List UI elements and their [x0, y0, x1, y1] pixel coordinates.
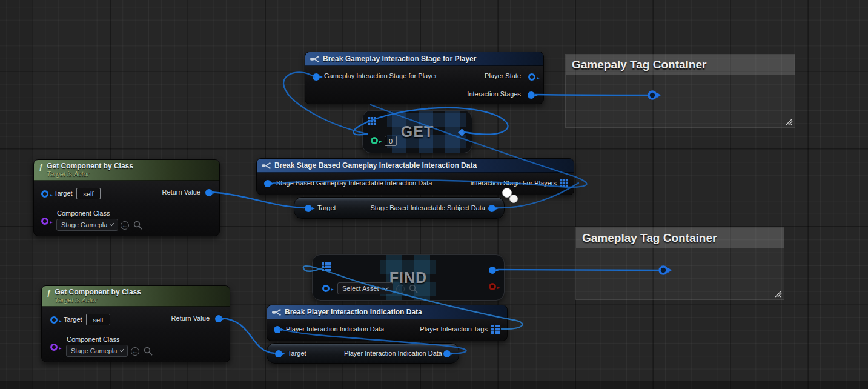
pin-label: Target: [317, 204, 336, 211]
pin-input-gameplay-interaction-stage-for-player[interactable]: [313, 73, 320, 81]
break-struct-icon: [272, 309, 281, 316]
node-get-component-by-class-1[interactable]: ƒ Get Component by Class Target is Actor…: [33, 159, 220, 236]
pin-output-interaction-stage-for-players-grid-icon[interactable]: [560, 179, 568, 187]
browse-magnifier-icon[interactable]: [133, 221, 142, 230]
pin-label: Player Interaction Tags: [420, 325, 488, 333]
index-value-box[interactable]: 0: [385, 136, 397, 146]
use-selected-icon[interactable]: ←: [131, 347, 139, 356]
pin-label: Return Value: [171, 314, 210, 322]
node-title: Break Gameplay Interaction Stage for Pla…: [323, 55, 476, 63]
comment-title: Gamepaly Tag Container: [572, 58, 706, 71]
pin-input-target[interactable]: [50, 316, 58, 324]
node-get-player-interaction-indication-data[interactable]: Target Player Interaction Indication Dat…: [267, 343, 459, 364]
pin-label: Target: [64, 316, 82, 323]
pin-label: Target: [288, 350, 306, 357]
pin-input-array-grid-icon[interactable]: [368, 117, 376, 125]
node-map-find[interactable]: FIND Select Asset ←: [312, 254, 505, 301]
node-break-player-interaction-indication-data[interactable]: Break Player Interaction Indication Data…: [267, 305, 508, 341]
pin-label: Interaction Stages: [467, 90, 521, 98]
pin-output-data[interactable]: [443, 350, 451, 357]
pin-input-key[interactable]: [322, 285, 330, 292]
target-self-box[interactable]: self: [76, 188, 101, 199]
pin-input-target[interactable]: [275, 350, 282, 357]
pin-input-map-icon[interactable]: [322, 262, 331, 271]
grid-bottom-shade: [0, 382, 868, 389]
component-class-dropdown[interactable]: Stage Gamepla: [66, 345, 128, 357]
node-header[interactable]: Break Stage Based Gameplay Interactable …: [257, 159, 574, 173]
pin-label: Player Interaction Indication Data: [286, 325, 384, 333]
node-title: Break Stage Based Gameplay Interactable …: [274, 161, 477, 170]
browse-magnifier-icon[interactable]: [144, 347, 153, 356]
node-header[interactable]: Break Gameplay Interaction Stage for Pla…: [305, 52, 543, 66]
pin-label: Component Class: [57, 210, 110, 217]
pin-output-subject-data[interactable]: [488, 205, 495, 212]
component-class-dropdown[interactable]: Stage Gamepla: [56, 219, 118, 231]
grid-major-shade: [0, 0, 32, 389]
chevron-down-icon: [382, 284, 388, 290]
node-get-component-by-class-2[interactable]: ƒ Get Component by Class Target is Actor…: [41, 285, 230, 362]
chevron-down-icon: [120, 348, 124, 352]
function-icon: ƒ: [47, 288, 51, 297]
pin-input-component-class[interactable]: [50, 344, 58, 351]
target-self-box[interactable]: self: [86, 314, 110, 325]
pin-output-found[interactable]: [489, 283, 496, 290]
function-icon: ƒ: [39, 162, 43, 171]
dropdown-value: Stage Gamepla: [61, 221, 107, 228]
pin-input-target[interactable]: [305, 205, 312, 212]
pin-label: Gameplay Interaction Stage for Player: [324, 72, 437, 79]
comment-header[interactable]: Gamepaly Tag Container: [566, 55, 795, 75]
pin-output-interaction-stages[interactable]: [528, 91, 535, 99]
node-break-stage-based-gameplay-interactable-interaction-data[interactable]: Break Stage Based Gameplay Interactable …: [256, 158, 574, 195]
comment-box-gameplay-tag-container[interactable]: Gameplay Tag Container: [575, 227, 784, 300]
pin-label: Component Class: [67, 336, 119, 343]
node-title: GET: [363, 123, 472, 141]
browse-magnifier-icon[interactable]: [409, 284, 418, 293]
pin-label: Return Value: [162, 188, 200, 196]
node-header[interactable]: ƒ Get Component by Class Target is Actor: [34, 160, 219, 181]
pin-output-player-state[interactable]: [528, 73, 535, 81]
node-header[interactable]: Break Player Interaction Indication Data: [267, 305, 507, 319]
comment-header[interactable]: Gameplay Tag Container: [576, 228, 784, 248]
node-subtitle: Target is Actor: [55, 296, 141, 304]
chevron-down-icon: [110, 222, 114, 226]
pin-output-player-interaction-tags-map-icon[interactable]: [491, 325, 500, 334]
break-struct-icon: [262, 162, 271, 169]
dropdown-value: Stage Gamepla: [71, 347, 117, 354]
pin-label: Stage Based Gameplay Interactable Intera…: [276, 179, 432, 187]
node-get-stage-based-interactable-subject-data[interactable]: Target Stage Based Interactable Subject …: [294, 197, 505, 219]
blueprint-graph[interactable]: Gamepaly Tag Container Gameplay Tag Cont…: [0, 0, 868, 389]
node-title: Break Player Interaction Indication Data: [285, 308, 422, 316]
use-selected-icon[interactable]: ←: [121, 221, 129, 230]
pin-label: Target: [54, 190, 73, 197]
pin-label: Player Interaction Indication Data: [344, 350, 442, 357]
node-title: Get Component by Class: [55, 288, 141, 296]
select-asset-dropdown[interactable]: Select Asset: [337, 282, 393, 294]
resize-handle-icon[interactable]: [774, 290, 782, 298]
comment-title: Gameplay Tag Container: [582, 231, 717, 245]
dropdown-value: Select Asset: [342, 285, 379, 292]
node-subtitle: Target is Actor: [47, 170, 133, 178]
node-array-get[interactable]: GET 0: [362, 110, 472, 153]
pin-input-index[interactable]: [371, 137, 378, 144]
pin-output-return-value[interactable]: [205, 189, 213, 196]
pin-input-target[interactable]: [41, 190, 48, 198]
comment-box-gamepaly-tag-container[interactable]: Gamepaly Tag Container: [565, 54, 795, 128]
break-struct-icon: [310, 56, 319, 62]
pin-input-player-interaction-indication-data[interactable]: [274, 326, 281, 333]
node-break-gameplay-interaction-stage-for-player[interactable]: Break Gameplay Interaction Stage for Pla…: [305, 52, 544, 104]
pin-input-component-class[interactable]: [41, 218, 48, 225]
pin-output-return-value[interactable]: [215, 315, 222, 322]
use-selected-icon[interactable]: ←: [396, 285, 405, 293]
pin-input-stage-based-data[interactable]: [264, 180, 271, 187]
node-title: Get Component by Class: [47, 162, 133, 170]
resize-handle-icon[interactable]: [785, 118, 793, 125]
pin-label: Interaction Stage For Players: [471, 179, 557, 187]
pin-label: Player State: [485, 72, 521, 79]
node-header[interactable]: ƒ Get Component by Class Target is Actor: [42, 286, 230, 307]
pin-label: Stage Based Interactable Subject Data: [370, 204, 485, 211]
pin-output-value[interactable]: [489, 267, 496, 274]
